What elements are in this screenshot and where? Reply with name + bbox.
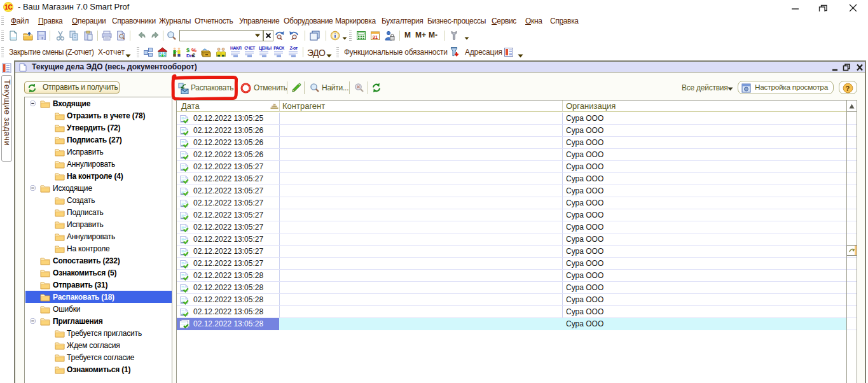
svg-text:31: 31 — [372, 34, 378, 40]
svg-text:1С: 1С — [4, 4, 13, 11]
svg-text:€: € — [192, 52, 195, 58]
svg-text:?: ? — [846, 85, 850, 92]
